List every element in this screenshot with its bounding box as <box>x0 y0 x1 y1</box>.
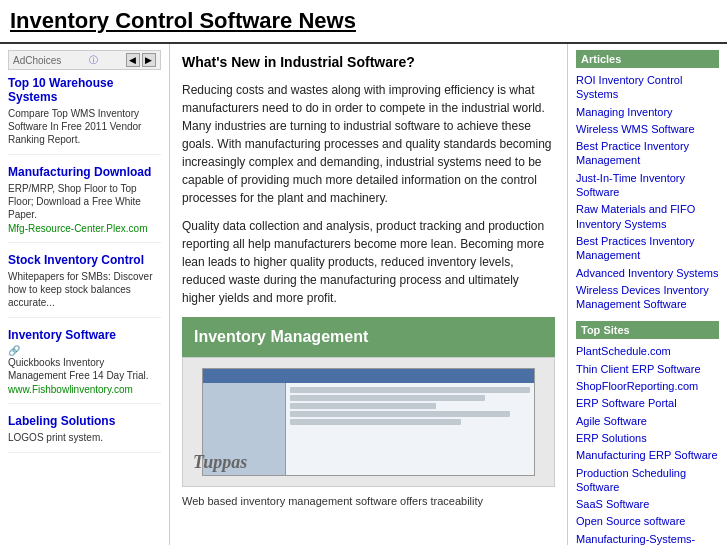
article-link[interactable]: Wireless Devices Inventory Management So… <box>576 283 719 312</box>
ad-title-4[interactable]: Inventory Software <box>8 328 161 342</box>
top-site-link[interactable]: ShopFloorReporting.com <box>576 379 719 393</box>
ad-choices-label: AdChoices <box>13 55 61 66</box>
mock-row-5 <box>290 419 461 425</box>
article-link[interactable]: Wireless WMS Software <box>576 122 719 136</box>
article-link[interactable]: Best Practice Inventory Management <box>576 139 719 168</box>
ad-title-5[interactable]: Labeling Solutions <box>8 414 161 428</box>
sidebar-ad-block-1: Top 10 Warehouse Systems Compare Top WMS… <box>8 76 161 155</box>
ad-desc-4: Quickbooks Inventory Management Free 14 … <box>8 356 161 382</box>
top-site-link[interactable]: PlantSchedule.com <box>576 344 719 358</box>
ad-desc-1: Compare Top WMS Inventory Software In Fr… <box>8 107 161 146</box>
articles-title: Articles <box>576 50 719 68</box>
ad-desc-3: Whitepapers for SMBs: Discover how to ke… <box>8 270 161 309</box>
top-site-link[interactable]: Open Source software <box>576 514 719 528</box>
page-header: Inventory Control Software News <box>0 0 727 44</box>
nav-arrows: ◀ ▶ <box>126 53 156 67</box>
ad-title-1[interactable]: Top 10 Warehouse Systems <box>8 76 161 104</box>
top-site-link[interactable]: SaaS Software <box>576 497 719 511</box>
ad-link-3[interactable]: Stock Inventory Control <box>8 253 144 267</box>
article-link[interactable]: Raw Materials and FIFO Inventory Systems <box>576 202 719 231</box>
bottom-caption: Web based inventory management software … <box>182 493 555 510</box>
mock-row-4 <box>290 411 510 417</box>
inventory-banner: Inventory Management <box>182 317 555 357</box>
main-content: What's New in Industrial Software? Reduc… <box>170 44 567 545</box>
prev-arrow[interactable]: ◀ <box>126 53 140 67</box>
articles-section: Articles ROI Inventory Control SystemsMa… <box>576 50 719 311</box>
ad-link-4[interactable]: Inventory Software <box>8 328 116 342</box>
article-link[interactable]: ROI Inventory Control Systems <box>576 73 719 102</box>
top-site-link[interactable]: Agile Software <box>576 414 719 428</box>
ad-url-2: Mfg-Resource-Center.Plex.com <box>8 223 161 234</box>
top-site-link[interactable]: Production Scheduling Software <box>576 466 719 495</box>
next-arrow[interactable]: ▶ <box>142 53 156 67</box>
mock-row-3 <box>290 403 437 409</box>
screenshot-mockup <box>202 368 536 477</box>
ad-title-2[interactable]: Manufacturing Download <box>8 165 161 179</box>
top-site-link[interactable]: Manufacturing ERP Software <box>576 448 719 462</box>
right-sidebar: Articles ROI Inventory Control SystemsMa… <box>567 44 727 545</box>
ad-icon-4: 🔗 <box>8 345 161 356</box>
ad-link-2[interactable]: Manufacturing Download <box>8 165 151 179</box>
banner-text: Inventory Management <box>194 328 368 345</box>
ad-link-1[interactable]: Top 10 Warehouse Systems <box>8 76 113 104</box>
sidebar-ad-block-2: Manufacturing Download ERP/MRP, Shop Flo… <box>8 165 161 243</box>
left-sidebar: AdChoices ⓘ ◀ ▶ Top 10 Warehouse Systems… <box>0 44 170 545</box>
top-site-link[interactable]: ERP Solutions <box>576 431 719 445</box>
page-title: Inventory Control Software News <box>10 8 717 34</box>
ad-choices-icon: ⓘ <box>89 54 98 67</box>
articles-list: ROI Inventory Control SystemsManaging In… <box>576 73 719 311</box>
article-link[interactable]: Managing Inventory <box>576 105 719 119</box>
mock-row-1 <box>290 387 531 393</box>
article-link[interactable]: Best Practices Inventory Management <box>576 234 719 263</box>
mock-titlebar <box>203 369 535 383</box>
mock-main-mini <box>286 383 535 476</box>
top-sites-section: Top Sites PlantSchedule.comThin Client E… <box>576 321 719 545</box>
sidebar-ad-block-3: Stock Inventory Control Whitepapers for … <box>8 253 161 318</box>
top-sites-title: Top Sites <box>576 321 719 339</box>
sidebar-ad-block-4: Inventory Software 🔗 Quickbooks Inventor… <box>8 328 161 404</box>
article-link[interactable]: Just-In-Time Inventory Software <box>576 171 719 200</box>
inventory-image-area: Tuppas <box>182 357 555 487</box>
main-paragraph-1: Reducing costs and wastes along with imp… <box>182 81 555 207</box>
ad-desc-5: LOGOS print system. <box>8 431 161 444</box>
main-layout: AdChoices ⓘ ◀ ▶ Top 10 Warehouse Systems… <box>0 44 727 545</box>
top-site-link[interactable]: Manufacturing-Systems-Today.Com <box>576 532 719 545</box>
ad-url-4: www.Fishbowlinventory.com <box>8 384 161 395</box>
top-site-link[interactable]: Thin Client ERP Software <box>576 362 719 376</box>
article-link[interactable]: Advanced Inventory Systems <box>576 266 719 280</box>
top-site-link[interactable]: ERP Software Portal <box>576 396 719 410</box>
main-paragraph-2: Quality data collection and analysis, pr… <box>182 217 555 307</box>
top-sites-list: PlantSchedule.comThin Client ERP Softwar… <box>576 344 719 545</box>
ad-title-3[interactable]: Stock Inventory Control <box>8 253 161 267</box>
main-heading: What's New in Industrial Software? <box>182 52 555 73</box>
ad-choices-bar: AdChoices ⓘ ◀ ▶ <box>8 50 161 70</box>
sidebar-ad-block-5: Labeling Solutions LOGOS print system. <box>8 414 161 453</box>
mock-body <box>203 383 535 476</box>
ad-link-5[interactable]: Labeling Solutions <box>8 414 115 428</box>
mock-row-2 <box>290 395 486 401</box>
brand-label: Tuppas <box>193 449 247 476</box>
ad-desc-2: ERP/MRP, Shop Floor to Top Floor; Downlo… <box>8 182 161 221</box>
